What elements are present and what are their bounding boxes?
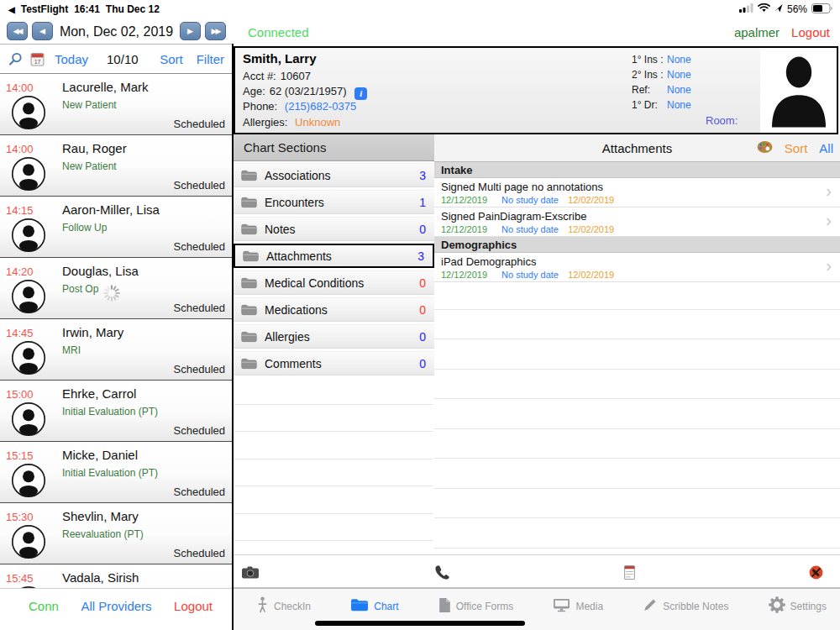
connected-status: Connected bbox=[248, 25, 309, 39]
section-row-medical-conditions[interactable]: Medical Conditions 0 bbox=[234, 270, 434, 295]
appointment-status: Scheduled bbox=[174, 179, 225, 192]
patient-avatar-icon bbox=[11, 340, 46, 375]
section-row-associations[interactable]: Associations 3 bbox=[234, 163, 434, 187]
calendar-icon[interactable]: 17 bbox=[30, 52, 45, 66]
camera-icon[interactable] bbox=[242, 555, 259, 589]
empty-row-divider bbox=[434, 428, 840, 429]
appointment-row[interactable]: 15:00 Ehrke, Carrol Initial Evaluation (… bbox=[0, 381, 233, 442]
next-week-button[interactable]: ▶▶ bbox=[205, 22, 226, 40]
appointment-row[interactable]: 14:15 Aaron-Miller, Lisa Follow Up Sched… bbox=[0, 197, 233, 258]
home-indicator[interactable] bbox=[315, 621, 525, 626]
logout-button[interactable]: Logout bbox=[791, 25, 830, 39]
appointment-time: 14:15 bbox=[6, 204, 34, 217]
search-icon[interactable] bbox=[8, 52, 23, 66]
appointment-type: Initial Evaluation (PT) bbox=[62, 467, 158, 479]
appointment-time: 14:20 bbox=[6, 265, 34, 278]
appointment-row[interactable]: 14:20 Douglas, Lisa Post Op bbox=[0, 258, 233, 319]
secondary-insurance-value[interactable]: None bbox=[667, 69, 691, 81]
attachment-date-created: 12/12/2019 bbox=[441, 224, 499, 234]
attachments-sort-button[interactable]: Sort bbox=[785, 141, 808, 155]
today-button[interactable]: Today bbox=[55, 52, 88, 66]
logged-in-user: apalmer bbox=[734, 25, 780, 39]
folder-icon bbox=[241, 331, 257, 343]
checkin-person-icon bbox=[256, 596, 269, 617]
all-providers-button[interactable]: All Providers bbox=[59, 599, 174, 613]
folder-icon bbox=[241, 304, 257, 316]
loading-spinner-icon bbox=[102, 284, 121, 302]
chart-sections-title: Chart Sections bbox=[234, 134, 434, 161]
attachments-panel: Attachments Sort All Intake Signed Multi… bbox=[434, 134, 840, 554]
patient-full-name: Smith, Larry bbox=[243, 51, 317, 66]
appointment-time: 14:00 bbox=[6, 81, 34, 94]
appointment-row[interactable]: 14:00 Rau, Roger New Patient Scheduled bbox=[0, 135, 233, 197]
tab-settings[interactable]: Settings bbox=[769, 596, 827, 617]
tab-checkin[interactable]: CheckIn bbox=[256, 596, 311, 617]
patient-name: Rau, Roger bbox=[62, 141, 127, 155]
patient-photo[interactable] bbox=[760, 48, 837, 133]
tab-office-forms[interactable]: Office Forms bbox=[438, 597, 513, 617]
sort-button[interactable]: Sort bbox=[160, 52, 183, 66]
back-to-app-icon[interactable]: ◀ bbox=[8, 5, 15, 14]
attachment-item[interactable]: Signed Multi page no annotations 12/12/2… bbox=[434, 178, 840, 207]
filter-button[interactable]: Filter bbox=[197, 52, 224, 66]
next-day-button[interactable]: ▶ bbox=[180, 22, 201, 40]
appointment-type: Initial Evaluation (PT) bbox=[62, 406, 158, 417]
attachment-group-header-intake: Intake bbox=[434, 162, 840, 178]
tab-scribble-notes[interactable]: Scribble Notes bbox=[643, 597, 728, 616]
referral-value[interactable]: None bbox=[667, 84, 691, 96]
tab-chart[interactable]: Chart bbox=[350, 598, 398, 615]
primary-insurance-value[interactable]: None bbox=[667, 54, 691, 66]
phone-link[interactable]: (215)682-0375 bbox=[285, 100, 356, 113]
patient-name: Shevlin, Mary bbox=[62, 509, 139, 523]
phone-icon[interactable] bbox=[434, 555, 450, 589]
info-icon[interactable]: i bbox=[354, 87, 367, 100]
left-footer: Conn All Providers Logout bbox=[0, 588, 233, 630]
appointment-status: Scheduled bbox=[174, 118, 225, 130]
attachment-item[interactable]: iPad Demographics 12/12/2019 No study da… bbox=[434, 253, 840, 282]
document-icon bbox=[438, 597, 451, 617]
chevron-right-icon: › bbox=[826, 256, 832, 276]
folder-icon bbox=[241, 170, 257, 181]
appointment-type: Reevaluation (PT) bbox=[62, 528, 144, 540]
back-to-app-label[interactable]: TestFlight bbox=[21, 3, 68, 15]
section-row-notes[interactable]: Notes 0 bbox=[234, 217, 434, 241]
appointment-row[interactable]: 15:45 Vadala, Sirish bbox=[0, 564, 233, 588]
schedule-logout-button[interactable]: Logout bbox=[174, 599, 213, 613]
patient-name: Vadala, Sirish bbox=[62, 570, 139, 585]
status-date: Thu Dec 12 bbox=[106, 3, 160, 15]
section-row-medications[interactable]: Medications 0 bbox=[234, 297, 434, 322]
appointment-row[interactable]: 15:15 Micke, Daniel Initial Evaluation (… bbox=[0, 442, 233, 503]
no-phone-icon[interactable] bbox=[809, 555, 823, 589]
appointment-row[interactable]: 14:00 Lacurelle, Mark New Patient Schedu… bbox=[0, 74, 233, 135]
section-row-comments[interactable]: Comments 0 bbox=[234, 351, 434, 375]
status-bar-left: ◀ TestFlight 16:41 Thu Dec 12 bbox=[0, 3, 160, 15]
attachments-all-button[interactable]: All bbox=[819, 141, 833, 155]
appointment-row[interactable]: 15:30 Shevlin, Mary Reevaluation (PT) Sc… bbox=[0, 503, 233, 564]
tab-media[interactable]: Media bbox=[553, 598, 603, 616]
attachment-dates: 12/12/2019 No study date 12/02/2019 bbox=[441, 224, 614, 234]
section-row-attachments[interactable]: Attachments 3 bbox=[234, 244, 434, 268]
connection-status-button[interactable]: Conn bbox=[29, 599, 59, 613]
patient-age: Age:62 (03/21/1957) i bbox=[243, 85, 367, 100]
folder-icon bbox=[241, 358, 257, 370]
patient-avatar-icon bbox=[11, 218, 46, 253]
patient-name: Lacurelle, Mark bbox=[62, 80, 149, 94]
appointment-row[interactable]: 14:45 Irwin, Mary MRI Scheduled bbox=[0, 319, 233, 381]
folder-icon bbox=[241, 277, 257, 289]
palette-icon[interactable] bbox=[757, 140, 773, 157]
chart-sections-panel: Chart Sections Associations 3 Encounters… bbox=[234, 134, 434, 554]
allergies-value[interactable]: Unknown bbox=[295, 116, 340, 129]
chevron-right-icon: › bbox=[826, 181, 832, 201]
empty-row-divider bbox=[434, 369, 840, 370]
empty-row-divider bbox=[434, 517, 840, 518]
primary-doctor-value[interactable]: None bbox=[667, 99, 691, 111]
attachment-item[interactable]: Signed PainDiagram-Exscribe 12/12/2019 N… bbox=[434, 207, 840, 237]
location-arrow-icon bbox=[774, 3, 783, 15]
section-row-allergies[interactable]: Allergies 0 bbox=[234, 324, 434, 349]
notepad-icon[interactable] bbox=[624, 555, 635, 589]
main-header-strip: Connected apalmer Logout bbox=[233, 18, 840, 46]
section-row-encounters[interactable]: Encounters 1 bbox=[234, 190, 434, 214]
empty-row-divider bbox=[434, 309, 840, 310]
appointment-status: Scheduled bbox=[174, 547, 225, 559]
empty-row-divider bbox=[434, 548, 840, 549]
